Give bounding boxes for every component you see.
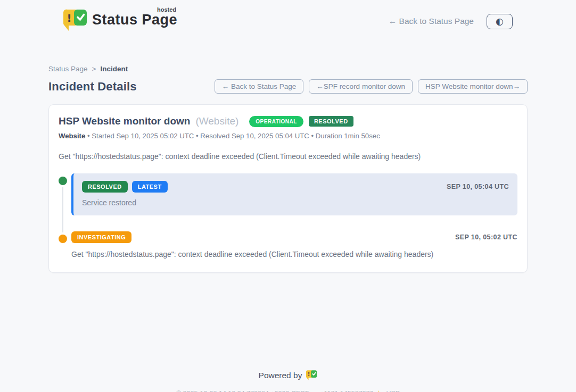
copyright-text: © 2025-10-08 14:10:34.772084 +0200 CEST …: [176, 390, 374, 392]
incident-description: Get "https://hostedstatus.page": context…: [59, 152, 517, 161]
timeline-message: Get "https://hostedstatus.page": context…: [71, 250, 517, 258]
breadcrumb: Status Page > Incident: [48, 65, 528, 73]
incident-service: Website: [59, 132, 85, 140]
brand-name: Status Page: [92, 12, 177, 28]
incident-meta: Website • Started Sep 10, 2025 05:02 UTC…: [59, 132, 517, 140]
site-footer: Powered by ! © 2025-10-08 14:10:34.77208…: [0, 370, 576, 392]
latest-badge: LATEST: [132, 181, 168, 193]
timeline-entry: INVESTIGATING SEP 10, 05:02 UTC Get "htt…: [59, 231, 517, 258]
resolved-state-badge: RESOLVED: [309, 116, 353, 127]
timeline-entry: RESOLVED LATEST SEP 10, 05:04 UTC Servic…: [59, 173, 517, 215]
svg-text:!: !: [67, 12, 71, 24]
incident-nav-buttons: ← Back to Status Page ←SPF record monito…: [215, 79, 528, 94]
timeline-message: Service restored: [82, 198, 509, 207]
timeline-entry-box: RESOLVED LATEST SEP 10, 05:04 UTC Servic…: [71, 173, 517, 215]
page-title: Incident Details: [48, 80, 137, 94]
incident-scope: (Website): [195, 115, 238, 127]
incident-title: HSP Website monitor down: [59, 115, 190, 127]
svg-text:!: !: [308, 371, 310, 377]
breadcrumb-current: Incident: [100, 65, 128, 73]
sparkles-icon: [376, 390, 383, 392]
status-page-mini-logo-icon: !: [306, 370, 317, 381]
incident-timeline: RESOLVED LATEST SEP 10, 05:04 UTC Servic…: [59, 173, 517, 258]
header-back-link[interactable]: ← Back to Status Page: [389, 16, 474, 26]
back-to-status-page-button[interactable]: ← Back to Status Page: [215, 79, 304, 94]
theme-toggle-button[interactable]: ◐: [487, 14, 513, 29]
operational-status-badge: OPERATIONAL: [249, 116, 303, 127]
investigating-badge: INVESTIGATING: [71, 231, 131, 243]
timeline-dot-investigating: [59, 235, 67, 243]
powered-by[interactable]: Powered by !: [259, 370, 318, 381]
site-header: ! hosted Status Page ← Back to Status Pa…: [48, 0, 528, 34]
timeline-dot-resolved: [59, 177, 67, 185]
half-circle-theme-icon: ◐: [496, 17, 504, 26]
incident-card: HSP Website monitor down (Website) OPERA…: [48, 104, 528, 273]
resolved-badge: RESOLVED: [82, 181, 128, 193]
powered-by-label: Powered by: [259, 371, 302, 380]
incident-meta-details: • Started Sep 10, 2025 05:02 UTC • Resol…: [87, 132, 380, 140]
timeline-timestamp: SEP 10, 05:02 UTC: [455, 233, 517, 241]
timeline-timestamp: SEP 10, 05:04 UTC: [447, 183, 509, 190]
breadcrumb-separator: >: [92, 65, 96, 73]
timeline-entry-box: INVESTIGATING SEP 10, 05:02 UTC Get "htt…: [71, 231, 517, 258]
next-incident-button[interactable]: HSP Website monitor down→: [418, 79, 528, 94]
copyright-line: © 2025-10-08 14:10:34.772084 +0200 CEST …: [0, 390, 576, 392]
main-content: Status Page > Incident Incident Details …: [48, 65, 528, 273]
brand-superscript: hosted: [157, 6, 176, 13]
prev-incident-button[interactable]: ←SPF record monitor down: [309, 79, 413, 94]
copyright-suffix: HSP: [386, 390, 400, 392]
breadcrumb-root[interactable]: Status Page: [48, 65, 88, 73]
status-page-logo-icon: !: [63, 9, 88, 34]
brand-logo[interactable]: ! hosted Status Page: [63, 9, 177, 34]
